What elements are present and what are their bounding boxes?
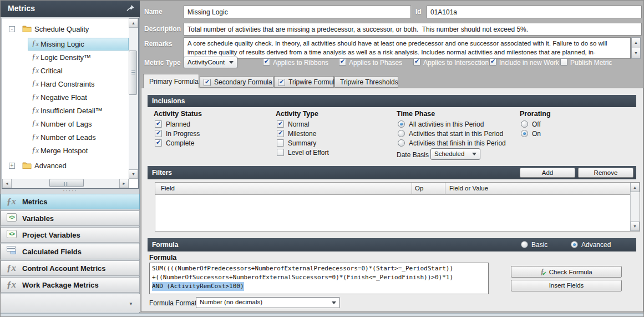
in-progress-label: In Progress (166, 130, 200, 138)
applies-to-ribbons-checkbox[interactable] (263, 58, 270, 66)
column-op[interactable]: Op (415, 185, 423, 192)
applies-to-intersection-label: Applies to Intersection (423, 59, 489, 67)
basic-mode-radio[interactable] (521, 241, 528, 248)
advanced-mode-radio[interactable] (571, 241, 578, 248)
date-basis-dropdown[interactable]: Scheduled (430, 148, 480, 160)
formula-format-label: Formula Format (149, 299, 196, 307)
tree-item-label: Logic Density™ (40, 53, 91, 62)
add-filter-button[interactable]: Add (520, 168, 575, 178)
tree-item-logic-density[interactable]: ƒx Logic Density™ (2, 51, 129, 64)
collapse-expander-icon[interactable]: + (9, 163, 15, 169)
sidebar-nav-project-variables[interactable]: <> Project Variables (1, 227, 140, 243)
scroll-down-icon[interactable]: ▼ (632, 48, 640, 58)
sidebar-nav-control-account-metrics[interactable]: ƒx Control Account Metrics (1, 260, 140, 276)
check-formula-button[interactable]: ƒ✔Check Formula (511, 266, 622, 278)
activity-type-header: Activity Type (276, 110, 318, 118)
inclusions-title: Inclusions (152, 97, 185, 105)
tripwire-formula-checkbox[interactable] (278, 79, 285, 86)
sidebar-nav-calculated-fields[interactable]: Calculated Fields (1, 244, 140, 259)
tab-tripwire-formula[interactable]: Tripwire Formula (274, 76, 334, 88)
splitter-handle[interactable]: ····· (1, 189, 140, 193)
formula-editor[interactable]: SUM((((NumberOfPredecessors+NumberofExte… (149, 263, 489, 294)
tree-item-label: Negative Float (40, 93, 87, 102)
in-progress-checkbox[interactable] (155, 130, 162, 137)
scroll-up-icon[interactable]: ▲ (129, 18, 138, 28)
fx-icon: ƒx (32, 66, 39, 75)
tree-item-hard-constraints[interactable]: ƒx Hard Constraints (2, 78, 129, 91)
complete-checkbox[interactable] (155, 139, 162, 147)
metric-type-label: Metric Type (144, 59, 181, 67)
remarks-textarea[interactable]: A core schedule quality check. In theory… (184, 37, 631, 59)
formula-line: SUM((((NumberOfPredecessors+NumberofExte… (152, 264, 486, 273)
tree-item-label: Merge Hotspot (40, 147, 88, 155)
column-field-or-value[interactable]: Field or Value (449, 185, 488, 192)
folder-icon (22, 25, 32, 34)
auto-hide-pin-icon[interactable] (126, 4, 135, 13)
chevron-down-icon[interactable]: ▼ (129, 301, 133, 306)
tree-folder-advanced[interactable]: + Advanced (2, 159, 129, 173)
tree-folder-schedule-quality[interactable]: - Schedule Quality (2, 23, 129, 36)
milestone-checkbox[interactable] (277, 130, 284, 137)
start-in-period-radio[interactable] (398, 130, 405, 137)
folder-icon (22, 162, 32, 170)
include-in-new-workbook-label: Include in new Workbo (499, 59, 559, 67)
scroll-down-icon[interactable]: ▼ (129, 169, 138, 179)
level-of-effort-checkbox[interactable] (277, 149, 284, 156)
tree-item-number-of-leads[interactable]: ƒx Number of Leads (2, 131, 129, 144)
scroll-down-icon[interactable]: ▼ (630, 222, 640, 231)
prorating-off-radio[interactable] (521, 120, 528, 128)
finish-in-period-radio[interactable] (398, 139, 405, 147)
summary-label: Summary (288, 139, 316, 147)
all-activities-radio[interactable] (398, 120, 405, 128)
tab-tripwire-thresholds[interactable]: Tripwire Thresholds (334, 76, 398, 88)
all-activities-label: All activities in this Period (409, 120, 484, 128)
tree-item-missing-logic[interactable]: ƒx Missing Logic (2, 38, 129, 51)
planned-checkbox[interactable] (155, 120, 162, 128)
prorating-on-radio[interactable] (521, 130, 528, 137)
tree-horizontal-scrollbar[interactable]: ◄ ► (2, 179, 129, 188)
fx-icon: ƒx (32, 105, 39, 115)
sidebar-nav-variables[interactable]: <> Variables (1, 210, 140, 226)
scroll-left-icon[interactable]: ◄ (2, 179, 12, 188)
scroll-up-icon[interactable]: ▲ (632, 38, 640, 48)
tab-primary-formula[interactable]: Primary Formula (143, 74, 199, 88)
tree-item-number-of-lags[interactable]: ƒx Number of Lags (2, 118, 129, 131)
include-in-new-workbook-checkbox[interactable] (489, 58, 496, 66)
normal-checkbox[interactable] (277, 120, 284, 128)
tree-vertical-scrollbar[interactable]: ▲ ▼ (129, 18, 138, 179)
tab-secondary-formula[interactable]: Secondary Formula (200, 76, 273, 88)
scroll-right-icon[interactable]: ► (119, 179, 129, 188)
scroll-up-icon[interactable]: ▲ (630, 183, 640, 192)
name-input[interactable] (184, 6, 411, 18)
remarks-scrollbar[interactable]: ▲ ▼ (631, 37, 641, 59)
sidebar-nav-metrics[interactable]: ƒx Metrics (1, 194, 140, 209)
tree-item-critical[interactable]: ƒx Critical (2, 64, 129, 78)
scrollbar-thumb[interactable] (49, 179, 84, 187)
remove-filter-button[interactable]: Remove (578, 168, 633, 178)
secondary-formula-checkbox[interactable] (204, 79, 211, 86)
tree-item-negative-float[interactable]: ƒx Negative Float (2, 91, 129, 104)
collapse-expander-icon[interactable]: - (9, 26, 15, 32)
metric-type-dropdown[interactable]: ActivityCount (184, 57, 237, 68)
summary-checkbox[interactable] (277, 139, 284, 147)
prorating-on-label: On (532, 130, 541, 138)
scrollbar-thumb[interactable] (129, 51, 137, 95)
applies-to-intersection-checkbox[interactable] (413, 58, 420, 66)
start-in-period-label: Activities that start in this Period (409, 130, 503, 138)
nav-overflow-area[interactable]: ▼ (1, 294, 140, 312)
applies-to-phases-checkbox[interactable] (339, 58, 346, 66)
id-input[interactable] (427, 6, 642, 18)
filters-scrollbar[interactable]: ▲ ▼ (630, 183, 640, 231)
insert-fields-button[interactable]: Insert Fields (511, 280, 622, 291)
tree-item-merge-hotspot[interactable]: ƒx Merge Hotspot (2, 144, 129, 158)
description-input[interactable] (184, 23, 642, 36)
check-formula-label: Check Formula (549, 269, 592, 275)
finish-in-period-label: Activities that finish in this Period (409, 139, 506, 147)
sidebar-nav-work-package-metrics[interactable]: ƒx Work Package Metrics (1, 277, 140, 293)
tree-item-insufficient-detail[interactable]: ƒx Insufficient Detail™ (2, 104, 129, 118)
column-field[interactable]: Field (161, 185, 175, 192)
description-label: Description (144, 25, 181, 33)
formula-format-dropdown[interactable]: Number (no decimals) (196, 297, 340, 308)
application-window: Metrics - Schedule Quali (0, 0, 644, 317)
publish-metric-checkbox[interactable] (560, 58, 567, 66)
